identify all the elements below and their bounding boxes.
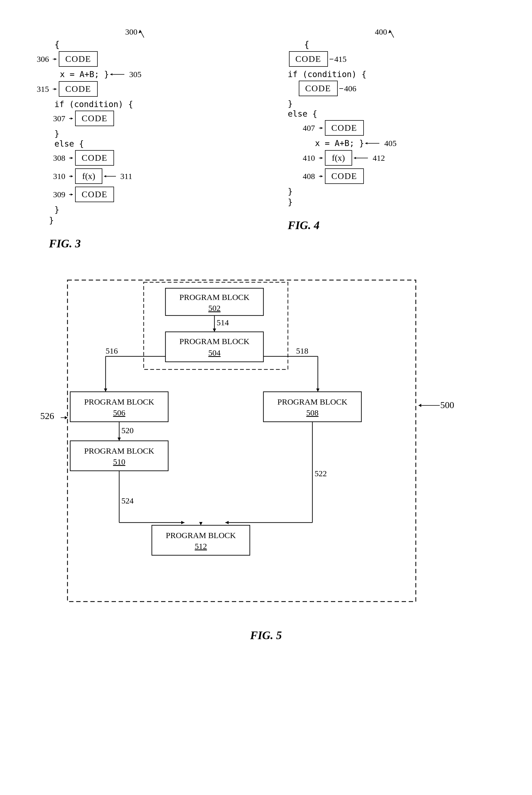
svg-marker-13 xyxy=(71,175,73,177)
fig3-code-308: CODE xyxy=(75,150,114,166)
svg-text:526: 526 xyxy=(40,411,54,421)
fig4-row-406: CODE 406 xyxy=(299,80,500,96)
fig4-arrow-left-410 xyxy=(319,156,324,160)
svg-marker-31 xyxy=(321,175,323,177)
fig4-row-408: 408 CODE xyxy=(299,168,500,184)
svg-marker-11 xyxy=(71,157,73,159)
fig3-ref-315: 315 xyxy=(33,85,49,94)
svg-rect-77 xyxy=(152,525,250,555)
fig4-text-405: x = A+B; } 405 xyxy=(315,139,500,148)
fig3-row-315: 315 CODE xyxy=(33,81,250,97)
svg-rect-66 xyxy=(70,441,168,471)
svg-marker-7 xyxy=(54,88,57,90)
fig3-row-308: 308 CODE xyxy=(49,150,250,166)
svg-text:512: 512 xyxy=(194,542,207,550)
svg-text:PROGRAM BLOCK: PROGRAM BLOCK xyxy=(179,337,249,346)
svg-text:520: 520 xyxy=(121,426,134,435)
fig4-code-408: CODE xyxy=(325,168,364,184)
svg-marker-23 xyxy=(321,127,323,129)
fig3-ref-306: 306 xyxy=(33,54,49,64)
fig3-code-306: CODE xyxy=(59,51,98,67)
fig3-close-else: } xyxy=(54,205,250,214)
fig4-open-brace: { xyxy=(304,39,500,50)
fig3-arrow-311 xyxy=(104,174,120,179)
fig3-arrow-left-310 xyxy=(69,174,74,178)
svg-text:524: 524 xyxy=(121,496,134,505)
fig3-ref-307: 307 xyxy=(49,114,65,123)
fig4-arrow-400 xyxy=(388,27,399,38)
fig3-ref-300: 300 xyxy=(125,27,137,37)
fig3-code-315: CODE xyxy=(59,81,98,97)
svg-text:500: 500 xyxy=(440,400,454,410)
fig4-ref-406: 406 xyxy=(344,84,357,93)
fig4-else: else { xyxy=(288,109,500,119)
svg-marker-25 xyxy=(365,142,367,144)
fig3-close-main: } xyxy=(49,216,250,225)
fig4-ref-400: 400 xyxy=(375,27,387,37)
fig4-arrow-406 xyxy=(339,87,344,90)
fig4-close-main: } xyxy=(288,197,500,207)
svg-text:514: 514 xyxy=(216,318,229,327)
fig3-ref-311: 311 xyxy=(120,171,132,181)
svg-marker-27 xyxy=(321,157,323,159)
fig5-label: FIG. 5 xyxy=(250,624,282,642)
fig4-label: FIG. 4 xyxy=(288,213,500,232)
svg-marker-9 xyxy=(71,118,73,120)
svg-text:PROGRAM BLOCK: PROGRAM BLOCK xyxy=(166,531,236,540)
svg-marker-17 xyxy=(71,194,73,196)
svg-text:506: 506 xyxy=(113,408,125,417)
fig4-ref-412: 412 xyxy=(373,153,385,163)
fig5-svg: 500 526 PROGRAM BLOCK 502 514 PROGRAM BL… xyxy=(35,272,497,621)
fig3-row-306: 306 CODE xyxy=(33,51,250,67)
svg-text:504: 504 xyxy=(208,348,221,357)
fig4-close-if: } xyxy=(288,99,500,108)
fig4-arrow-left-408 xyxy=(319,174,324,178)
svg-marker-51 xyxy=(104,389,107,392)
fig3-arrow-left-309 xyxy=(69,193,74,196)
svg-text:PROGRAM BLOCK: PROGRAM BLOCK xyxy=(277,397,347,406)
fig4-arrow-412 xyxy=(354,155,373,161)
fig3-if-condition: if (condition) { xyxy=(54,100,250,109)
fig3-ref-310: 310 xyxy=(49,171,65,181)
fig5-container: 500 526 PROGRAM BLOCK 502 514 PROGRAM BL… xyxy=(16,261,516,653)
svg-marker-64 xyxy=(117,437,121,441)
svg-marker-43 xyxy=(213,329,216,332)
fig4-ref-407: 407 xyxy=(299,123,315,133)
fig3-container: 300 { 306 CODE x = A+B; } xyxy=(16,16,266,261)
fig3-arrow-300 xyxy=(138,27,149,38)
fig4-close-else: } xyxy=(288,187,500,196)
fig4-row-415: CODE 415 xyxy=(283,51,500,67)
svg-marker-75 xyxy=(181,521,185,524)
fig3-arrow-left-307 xyxy=(69,116,74,121)
svg-marker-29 xyxy=(354,157,356,159)
fig3-code-309: CODE xyxy=(75,187,114,202)
svg-rect-57 xyxy=(70,392,168,422)
svg-text:502: 502 xyxy=(208,304,221,312)
fig3-arrow-305 xyxy=(110,72,129,77)
fig3-arrow-left-315 xyxy=(53,87,58,91)
svg-marker-5 xyxy=(110,73,112,75)
fig3-row-309: 309 CODE xyxy=(49,187,250,202)
svg-text:522: 522 xyxy=(315,469,327,478)
svg-marker-71 xyxy=(225,521,229,524)
fig4-row-407: 407 CODE xyxy=(299,120,500,136)
fig4-arrow-405 xyxy=(365,141,384,146)
fig3-fx-310: f(x) xyxy=(75,168,102,184)
svg-marker-55 xyxy=(316,389,320,392)
fig4-if-condition: if (condition) { xyxy=(288,70,500,79)
svg-marker-3 xyxy=(54,58,57,60)
fig3-arrow-left-306 xyxy=(53,57,58,61)
fig4-code-406: CODE xyxy=(299,80,338,96)
fig4-ref-410: 410 xyxy=(299,153,315,163)
fig4-ref-415: 415 xyxy=(335,54,347,64)
fig3-open-brace: { xyxy=(54,39,250,50)
fig4-ref-408: 408 xyxy=(299,171,315,181)
svg-text:516: 516 xyxy=(106,346,118,355)
fig4-ref-405: 405 xyxy=(384,139,397,148)
fig3-else: else { xyxy=(54,139,250,148)
svg-rect-60 xyxy=(263,392,361,422)
fig4-code-415: CODE xyxy=(289,51,328,67)
fig4-arrow-415 xyxy=(329,57,335,61)
fig3-code-307: CODE xyxy=(75,111,114,126)
fig3-arrow-left-308 xyxy=(69,156,74,160)
